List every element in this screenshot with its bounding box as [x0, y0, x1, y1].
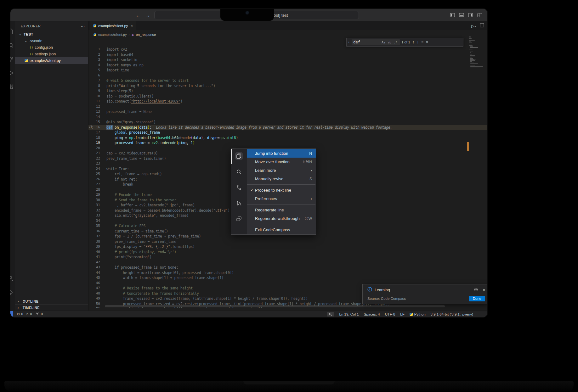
menu-item-regenerate-line[interactable]: Regenerate line	[247, 206, 316, 214]
glyph-margin	[88, 94, 94, 99]
outline-section[interactable]: › OUTLINE	[15, 298, 88, 304]
sidebar-item-config-json[interactable]: {}config.json	[15, 44, 88, 51]
settings-gear-icon[interactable]	[10, 288, 14, 296]
split-editor-icon[interactable]	[480, 23, 484, 29]
match-case-icon[interactable]: Aa	[381, 40, 386, 44]
menu-item-learn-more[interactable]: Learn more›	[247, 166, 316, 175]
run-python-file-icon[interactable]: ▷⌄	[471, 24, 477, 28]
indentation[interactable]: Spaces: 4	[364, 312, 380, 316]
toggle-replace-icon[interactable]: ›	[348, 41, 350, 44]
debug-run-icon[interactable]	[235, 199, 243, 207]
breadcrumb-symbol[interactable]: on_response	[136, 33, 156, 36]
flow-branch-icon[interactable]	[235, 184, 243, 191]
next-match-icon[interactable]: ↓	[416, 40, 419, 44]
timeline-section[interactable]: › TIMELINE	[15, 304, 88, 311]
code-line-1[interactable]: 1import cv2	[88, 47, 487, 52]
done-button[interactable]: Done	[469, 296, 485, 301]
code-line-18[interactable]: 18 pimg = np.frombuffer(base64.b64decode…	[88, 135, 487, 141]
code-line-19[interactable]: 19 processed_frame = cv2.imdecode(pimg, …	[88, 140, 487, 146]
code-line-11[interactable]: 11sio.connect("http://localhost:42069")	[88, 99, 487, 104]
search-icon[interactable]	[235, 168, 243, 176]
extensions-icon[interactable]	[10, 83, 14, 91]
menu-item-move-over-function[interactable]: Move over function⇧⌘N	[247, 158, 316, 166]
menu-item-manually-revise[interactable]: Manually reviseS	[247, 175, 316, 183]
sidebar-item-vscode[interactable]: ⌄.vscode	[15, 37, 88, 44]
status-search-button[interactable]	[327, 312, 334, 316]
account-icon[interactable]	[10, 275, 14, 282]
whole-word-icon[interactable]: ab	[387, 40, 392, 44]
hint-question-icon[interactable]: ?	[89, 126, 93, 129]
search-icon[interactable]	[10, 42, 14, 49]
code-line-38[interactable]: 38 prev_frame_time = current_time	[88, 239, 487, 244]
code-line-15[interactable]: 15@sio.on("gray-response")	[88, 120, 487, 125]
sidebar-item-examples-client-py[interactable]: examples/client.py	[15, 57, 88, 64]
code-line-6[interactable]: 6	[88, 73, 487, 78]
code-line-39[interactable]: 39 fps_display = "FPS: {:.2f}".format(fp…	[88, 244, 487, 249]
sidebar-item-test-root[interactable]: ⌄ TEST	[15, 31, 88, 37]
eol[interactable]: LF	[400, 312, 404, 316]
run-debug-icon[interactable]	[10, 69, 14, 77]
source-control-icon[interactable]	[10, 55, 14, 63]
line-number: 22	[94, 156, 100, 161]
sidebar-item-settings-json[interactable]: {}settings.json	[15, 51, 88, 57]
code-line-16[interactable]: ?16def on_response(data):Looks like it d…	[88, 125, 487, 130]
language-mode[interactable]: Python	[410, 312, 426, 316]
menu-item-proceed-to-next-line[interactable]: ✓Proceed to next line	[247, 186, 316, 194]
code-line-5[interactable]: 5import time	[88, 68, 487, 73]
tab-client-py[interactable]: examples/client.py ×	[90, 21, 136, 30]
explorer-icon[interactable]	[10, 28, 14, 35]
notification-settings-gear-icon[interactable]	[474, 287, 478, 293]
code-line-3[interactable]: 3import socketio	[88, 57, 487, 63]
walkthrough-pages-icon[interactable]	[235, 152, 243, 160]
menu-item-jump-into-function[interactable]: Jump into functionN	[247, 149, 316, 158]
code-line-45[interactable]: 45 width = frame.shape[1] + processed_fr…	[88, 275, 487, 281]
forward-arrow-icon[interactable]: →	[145, 13, 150, 18]
toggle-panel-icon[interactable]	[459, 13, 464, 18]
menu-item-preferences[interactable]: Preferences›	[247, 194, 316, 203]
code-line-17[interactable]: 17 global processed_frame	[88, 130, 487, 135]
line-number: 32	[94, 208, 100, 213]
code-line-4[interactable]: 4import numpy as np	[88, 63, 487, 68]
find-in-selection-icon[interactable]: ≡	[421, 40, 424, 44]
menu-item-exit-codecompass[interactable]: Exit CodeCompass	[247, 226, 316, 234]
code-line-7[interactable]: 7# wait 5 seconds for the server to star…	[88, 78, 487, 83]
close-find-icon[interactable]: ×	[426, 40, 428, 44]
back-arrow-icon[interactable]: ←	[136, 13, 140, 18]
code-line-13[interactable]: 13processed_frame = None	[88, 109, 487, 115]
python-interpreter[interactable]: 3.9.1 64-bit ('3.9.1': pyenv)	[431, 312, 473, 316]
find-input-box[interactable]: Aa ab .*	[352, 39, 400, 45]
code-line-8[interactable]: 8print("Waiting 5 seconds for the server…	[88, 83, 487, 89]
code-line-10[interactable]: 10sio = socketio.Client()	[88, 94, 487, 99]
regex-icon[interactable]: .*	[393, 40, 398, 44]
code-line-2[interactable]: 2import base64	[88, 52, 487, 58]
breadcrumb-file[interactable]: examples/client.py	[98, 33, 127, 36]
problems-errors[interactable]: ⊘ 0 ⚠ 0	[17, 312, 32, 316]
ports-indicator[interactable]: 0	[36, 312, 43, 316]
code-line-44[interactable]: 44 height = max(frame.shape[0], processe…	[88, 270, 487, 276]
menu-item-label: Regenerate walkthrough	[255, 216, 302, 221]
find-input[interactable]	[353, 40, 380, 44]
code-line-12[interactable]: 12	[88, 104, 487, 109]
code-line-40[interactable]: 40 # print(fps_display, end='\r')	[88, 249, 487, 255]
windows-layout-icon[interactable]	[235, 215, 243, 223]
more-actions-icon[interactable]: ⋯	[81, 24, 85, 29]
line-number: 20	[94, 146, 100, 151]
minimap[interactable]	[469, 36, 483, 74]
horizontal-scrollbar[interactable]	[105, 305, 445, 307]
toggle-primary-sidebar-icon[interactable]	[450, 13, 455, 18]
close-notification-icon[interactable]: ×	[483, 288, 485, 292]
code-line-41[interactable]: 41 print("streaming")	[88, 255, 487, 260]
code-line-14[interactable]: 14	[88, 115, 487, 120]
remote-indicator[interactable]	[10, 311, 13, 317]
previous-match-icon[interactable]: ↑	[412, 40, 415, 44]
close-tab-icon[interactable]: ×	[131, 24, 133, 28]
customize-layout-icon[interactable]	[477, 13, 482, 18]
code-line-42[interactable]: 42	[88, 260, 487, 265]
code-line-9[interactable]: 9time.sleep(5)	[88, 88, 487, 94]
toggle-secondary-sidebar-icon[interactable]	[468, 13, 473, 18]
encoding[interactable]: UTF-8	[385, 312, 395, 316]
file-label: examples/client.py	[30, 59, 61, 63]
cursor-position[interactable]: Ln 19, Col 1	[339, 312, 359, 316]
menu-item-regenerate-walkthrough[interactable]: Regenerate walkthrough⌘W	[247, 214, 316, 223]
code-line-43[interactable]: 43 if processed_frame is not None:	[88, 265, 487, 270]
